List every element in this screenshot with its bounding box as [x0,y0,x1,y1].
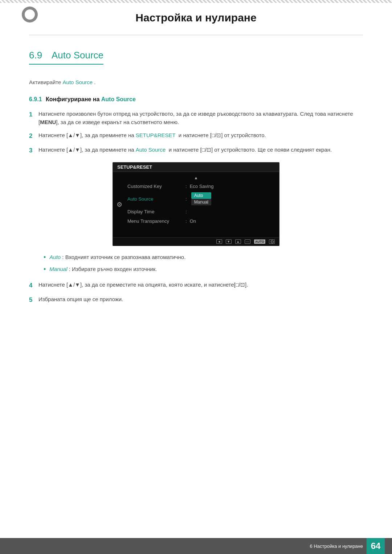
intro-text-before: Активирайте [29,79,63,85]
section-title: Auto Source [52,50,103,61]
osd-title-bar: SETUP&RESET [113,163,279,172]
step-2-number: 2 [29,131,38,141]
osd-row-customized-key: Customized Key : Eco Saving [113,181,279,191]
page-title: Настройка и нулиране [0,8,392,35]
osd-label-menu-transparency: Menu Transparency [127,218,185,224]
osd-icon-left: ◄ [216,239,222,244]
osd-value-customized-key: Eco Saving [190,184,214,189]
steps-list-after: 4 Натиснете [▲/▼], за да се преместите н… [29,281,363,304]
step-2-highlight: SETUP&RESET [136,132,176,138]
step-5-number: 5 [29,295,38,305]
step-3-highlight: Auto Source [136,147,166,153]
intro-highlight: Auto Source [63,79,93,85]
bullet-text-auto: Auto : Входният източник се разпознава а… [49,253,185,262]
bullet-list: • Auto : Входният източник се разпознава… [44,253,363,274]
section-heading: 6.9 Auto Source [29,50,103,65]
osd-auto-badge: AUTO [254,239,265,244]
step-4: 4 Натиснете [▲/▼], за да се преместите н… [29,281,363,290]
osd-icon-up: ▲ [235,239,241,244]
subsection-highlight: Auto Source [101,96,136,102]
page-footer: 6 Настройка и нулиране 64 [0,538,392,554]
page-circle-icon [22,7,38,22]
osd-row-auto-source: Auto Source : Auto Manual [113,191,279,207]
osd-body: ▲ ⚙ Customized Key : Eco Saving Auto Sou… [113,172,279,237]
osd-dropdown-auto-source: Auto Manual [191,192,211,205]
term-manual: Manual [49,266,67,272]
step-3-text: Натиснете [▲/▼], за да преминете на Auto… [38,146,363,154]
step-1: 1 Натиснете произволен бутон отпред на у… [29,110,363,126]
osd-icon-down-box: ▼ [226,239,232,244]
steps-list: 1 Натиснете произволен бутон отпред на у… [29,110,363,155]
footer-page-number: 64 [367,538,385,554]
osd-icon-up-box: ▲ [235,239,241,244]
osd-icon-auto: AUTO [254,239,265,244]
step-3-number: 3 [29,146,38,155]
top-decorative-strip [0,0,392,3]
term-auto: Auto [49,254,61,260]
osd-icon-enter: — [245,239,250,244]
bullet-item-manual: • Manual : Избирате ръчно входен източни… [44,265,363,274]
osd-label-display-time: Display Time [127,209,185,214]
osd-icon-power: ⏻ [269,239,275,244]
bullet-dot-1: • [44,253,46,262]
step-1-number: 1 [29,110,38,119]
bullet-text-manual: Manual : Избирате ръчно входен източник. [49,265,157,274]
osd-icon-enter-box: — [245,239,250,244]
osd-bottom-bar: ◄ ▼ ▲ — AUTO ⏻ [113,237,279,246]
osd-value-menu-transparency: On [190,218,196,224]
osd-colon-4: : [185,218,187,224]
osd-icon-down: ▼ [226,239,232,244]
step-4-number: 4 [29,281,38,290]
osd-option-manual: Manual [191,199,211,205]
step-4-text: Натиснете [▲/▼], за да се преместите на … [38,281,363,289]
content-area: 6.9 Auto Source Активирайте Auto Source … [0,50,392,341]
bullet-dot-2: • [44,264,46,274]
section-number: 6.9 [29,50,42,61]
osd-colon-1: : [185,184,187,189]
separator-manual: : [68,266,72,272]
osd-colon-2: : [185,196,187,202]
osd-arrow-up: ▲ [113,175,279,181]
bullet-item-auto: • Auto : Входният източник се разпознава… [44,253,363,262]
osd-colon-3: : [185,209,187,214]
step-2-text: Натиснете [▲/▼], за да преминете на SETU… [38,131,363,140]
osd-gear-icon: ⚙ [117,201,122,209]
osd-label-customized-key: Customized Key [127,184,185,189]
subsection-heading: 6.9.1 Конфигуриране на Auto Source [29,96,363,103]
intro-text-after: . [93,79,95,85]
intro-paragraph: Активирайте Auto Source . [29,79,363,85]
title-divider [29,35,363,35]
subsection-number: 6.9.1 [29,96,42,102]
footer-chapter-text: 6 Настройка и нулиране [310,543,363,549]
step-5: 5 Избраната опция ще се приложи. [29,295,363,305]
osd-label-auto-source: Auto Source [127,196,185,202]
osd-icon-left-box: ◄ [216,239,222,244]
step-3: 3 Натиснете [▲/▼], за да преминете на Au… [29,146,363,155]
osd-screenshot: SETUP&RESET ▲ ⚙ Customized Key : Eco Sav… [113,162,279,246]
step-1-text: Натиснете произволен бутон отпред на уст… [38,110,363,126]
step-1-bold: MENU [40,119,56,125]
separator-auto: : [61,254,65,260]
subsection-label: Конфигуриране на [46,96,99,102]
osd-row-menu-transparency: Menu Transparency : On [113,216,279,226]
osd-row-display-time: Display Time : [113,207,279,216]
desc-auto: Входният източник се разпознава автомати… [65,254,186,260]
step-2: 2 Натиснете [▲/▼], за да преминете на SE… [29,131,363,141]
osd-option-auto: Auto [191,192,211,199]
desc-manual: Избирате ръчно входен източник. [72,266,157,272]
osd-icon-power-box: ⏻ [269,239,275,244]
step-5-text: Избраната опция ще се приложи. [38,295,363,304]
